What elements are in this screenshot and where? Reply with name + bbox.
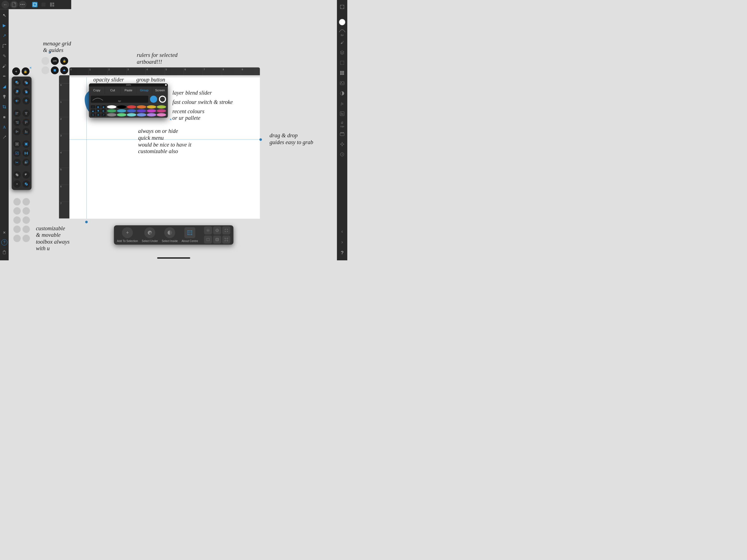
more-button[interactable]: •••	[19, 1, 27, 8]
palette-swatch[interactable]	[137, 113, 146, 117]
blend-mode-button[interactable]: Screen	[152, 87, 168, 94]
ruler-vertical[interactable]: 0 1 2 3 4 5 6 7	[59, 75, 70, 219]
point-transform-tool[interactable]: ↗	[1, 32, 7, 39]
toolbox-close-icon[interactable]: ×	[29, 66, 32, 70]
palette-swatch[interactable]	[147, 109, 156, 112]
tbx-cut[interactable]: ✂	[14, 159, 21, 166]
palette-swatch[interactable]	[147, 113, 156, 117]
palette-swatch[interactable]	[147, 105, 156, 108]
origin-mr[interactable]	[222, 235, 231, 244]
transparency-tool[interactable]	[1, 94, 7, 100]
guide-handle[interactable]	[85, 221, 88, 223]
palette-swatch[interactable]	[157, 109, 166, 112]
palette-swatch[interactable]	[107, 109, 117, 112]
fill-tool[interactable]: ◢	[1, 83, 7, 90]
shape-tool[interactable]: ■	[1, 114, 7, 120]
origin-mc[interactable]	[213, 235, 221, 244]
palette-swatch[interactable]	[137, 109, 146, 112]
opacity-knob[interactable]	[165, 84, 167, 86]
toolbox-add-button[interactable]: +	[12, 67, 20, 75]
tbx-boolean-subtract[interactable]	[22, 171, 30, 179]
cut-button[interactable]: Cut	[105, 87, 121, 94]
tbx-align-top[interactable]	[22, 119, 30, 126]
adjustment-icon[interactable]	[338, 90, 346, 97]
crop-tool[interactable]	[1, 104, 7, 110]
qt-5[interactable]: ⬔	[96, 109, 100, 113]
origin-tr[interactable]	[222, 226, 231, 235]
tbx-move-forward[interactable]	[14, 88, 21, 96]
empty-slot[interactable]	[22, 198, 30, 205]
empty-slot[interactable]	[22, 235, 30, 242]
node-tool[interactable]: ▶	[1, 22, 7, 28]
quick-menu-close-icon[interactable]: ×	[170, 118, 172, 122]
empty-slot[interactable]	[14, 207, 21, 215]
tbx-arrange-front[interactable]	[14, 79, 21, 86]
gm-lock[interactable]: 🔒	[60, 57, 68, 65]
color-picker-tool[interactable]	[1, 134, 7, 140]
origin-tc[interactable]	[213, 226, 221, 235]
text-styles-icon[interactable]	[338, 110, 346, 118]
qt-2[interactable]: ▦	[96, 105, 100, 108]
paste-button[interactable]: Paste	[121, 87, 136, 94]
guide-handle[interactable]	[259, 138, 262, 141]
pen-tool[interactable]: ✒	[1, 73, 7, 79]
navigator-icon[interactable]	[338, 140, 346, 148]
quick-menu[interactable]: 100% Copy Cut Paste Group Screen 0pt ⬚ ▦…	[89, 83, 168, 118]
tbx-ungroup[interactable]	[22, 140, 30, 148]
empty-slot[interactable]	[14, 216, 21, 224]
qt-1[interactable]: ⬚	[91, 105, 95, 108]
qt-8[interactable]: ⊞	[96, 113, 100, 117]
document-button[interactable]	[10, 1, 18, 8]
corner-tool[interactable]	[1, 43, 7, 49]
floating-toolbox[interactable]: ✂	[12, 77, 32, 190]
palette-swatch[interactable]	[127, 113, 136, 117]
empty-slot[interactable]	[14, 226, 21, 233]
vector-brush-tool[interactable]: 🖌	[1, 63, 7, 69]
empty-slot[interactable]	[22, 216, 30, 224]
origin-ml[interactable]	[204, 235, 212, 244]
gm-guides[interactable]	[51, 67, 59, 74]
trash-icon[interactable]	[1, 249, 7, 255]
empty-slot[interactable]	[22, 226, 30, 233]
opacity-slider[interactable]: 100%	[89, 83, 168, 86]
grid-manager[interactable]: cm 🔒	[42, 57, 69, 75]
tbx-boolean-xor[interactable]	[22, 180, 30, 187]
tbx-align-center-h[interactable]	[22, 110, 30, 117]
qt-6[interactable]: ◐	[101, 109, 106, 113]
back-button[interactable]: ←	[2, 1, 9, 8]
prev-icon[interactable]: ‹	[338, 228, 346, 235]
ruler-horizontal[interactable]: 0 1 2 3 4 5 6 7 8 9	[70, 67, 260, 75]
artboards-btn[interactable]	[48, 1, 56, 8]
gm-snap-toggle[interactable]	[42, 67, 50, 74]
palette-swatch[interactable]	[157, 113, 166, 117]
palette-swatch[interactable]	[157, 105, 166, 108]
empty-slot[interactable]	[14, 198, 21, 205]
select-under[interactable]: Select Under	[141, 227, 158, 243]
qt-3[interactable]: ◉	[101, 105, 106, 108]
selection-icon[interactable]	[338, 59, 346, 67]
palette-swatch[interactable]	[137, 105, 146, 108]
font-icon[interactable]: a 12pt	[338, 120, 346, 128]
tbx-group[interactable]	[14, 140, 21, 148]
move-tool[interactable]: ↖	[1, 12, 7, 18]
fullscreen-icon[interactable]	[338, 3, 346, 11]
fx-icon[interactable]: fx	[338, 100, 346, 107]
origin-tl[interactable]	[204, 226, 212, 235]
grid-btn[interactable]	[40, 1, 47, 8]
palette-swatch[interactable]	[117, 109, 126, 112]
tbx-move-back[interactable]	[22, 88, 30, 96]
qt-7[interactable]: ◳	[91, 113, 95, 117]
pencil-tool[interactable]: ✎	[1, 53, 7, 59]
snap-button[interactable]: ?	[1, 239, 7, 245]
palette-swatch[interactable]	[127, 109, 136, 112]
palette-swatch[interactable]	[107, 113, 117, 117]
fill-color-swatch[interactable]	[150, 96, 157, 103]
layers-icon[interactable]	[338, 49, 346, 57]
tbx-flip-v[interactable]	[22, 97, 30, 104]
history-icon[interactable]	[338, 151, 346, 158]
gm-grid-toggle[interactable]	[42, 57, 50, 65]
palette-swatch[interactable]	[117, 113, 126, 117]
tbx-edit[interactable]	[14, 150, 21, 157]
qt-4[interactable]: ⬓	[91, 109, 95, 113]
palette-swatch[interactable]	[127, 105, 136, 108]
